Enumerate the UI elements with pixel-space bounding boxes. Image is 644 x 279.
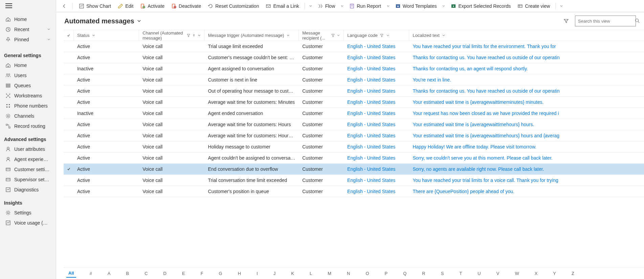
- cell-language[interactable]: English - United States: [344, 55, 409, 60]
- column-header-status[interactable]: Status: [74, 30, 139, 41]
- back-button[interactable]: [59, 1, 70, 11]
- cell-language[interactable]: English - United States: [344, 144, 409, 149]
- jump-N[interactable]: N: [345, 270, 352, 277]
- table-row[interactable]: ActiveVoice callTrial usage limit exceed…: [64, 41, 644, 52]
- nav-item[interactable]: Record routing: [0, 121, 56, 131]
- cmd-split-dropdown[interactable]: [558, 1, 565, 11]
- row-checkbox[interactable]: [64, 78, 74, 82]
- cell-localized-text[interactable]: Thanks for contacting us. You have reach…: [409, 88, 644, 94]
- table-row[interactable]: ActiveVoice callOut of operating hour me…: [64, 86, 644, 97]
- nav-item[interactable]: User attributes: [0, 144, 56, 154]
- cmd-split-dropdown[interactable]: [307, 1, 314, 11]
- cmd-word-templates[interactable]: WWord Templates: [392, 1, 440, 11]
- row-checkbox[interactable]: [64, 134, 74, 138]
- cmd-export-selected-records[interactable]: XExport Selected Records: [447, 1, 514, 11]
- nav-item[interactable]: Channels: [0, 111, 56, 121]
- nav-item[interactable]: Users: [0, 70, 56, 80]
- jump-V[interactable]: V: [494, 270, 502, 277]
- cell-localized-text[interactable]: Sorry, no agents are available right now…: [409, 166, 644, 172]
- cmd-show-chart[interactable]: Show Chart: [75, 1, 114, 11]
- nav-item[interactable]: Agent experience: [0, 154, 56, 164]
- sidebar-toggle[interactable]: [0, 0, 56, 11]
- jump-H[interactable]: H: [236, 270, 243, 277]
- row-checkbox[interactable]: [64, 111, 74, 115]
- jump-E[interactable]: E: [180, 270, 187, 277]
- cell-language[interactable]: English - United States: [344, 77, 409, 83]
- jump-R[interactable]: R: [420, 270, 427, 277]
- jump-D[interactable]: D: [161, 270, 169, 277]
- jump-A[interactable]: A: [106, 270, 113, 277]
- cmd-dropdown[interactable]: [384, 1, 392, 11]
- jump-J[interactable]: J: [271, 270, 278, 277]
- column-header-channel[interactable]: Channel (Automated message): [139, 30, 204, 41]
- jump-W[interactable]: W: [513, 270, 521, 277]
- jump-P[interactable]: P: [383, 270, 390, 277]
- nav-item[interactable]: Customer settings: [0, 164, 56, 175]
- cell-localized-text[interactable]: Your estimated wait time is {averagewait…: [409, 99, 644, 105]
- cell-localized-text[interactable]: Thanks for contacting us, an agent will …: [409, 66, 644, 71]
- cell-localized-text[interactable]: You're next in line.: [409, 77, 644, 83]
- table-row[interactable]: InactiveVoice callAgent ended conversati…: [64, 108, 644, 119]
- row-checkbox[interactable]: [64, 145, 74, 149]
- table-row[interactable]: ActiveVoice callCustomer's message could…: [64, 52, 644, 63]
- jump-K[interactable]: K: [289, 270, 296, 277]
- table-row[interactable]: ActiveVoice callEnd conversation due to …: [64, 164, 644, 175]
- cmd-flow[interactable]: Flow: [314, 1, 339, 11]
- cell-localized-text[interactable]: You have reached your trial limits for t…: [409, 44, 644, 49]
- jump-Q[interactable]: Q: [401, 270, 408, 277]
- cell-localized-text[interactable]: Your estimated wait time is {averagewait…: [409, 133, 644, 138]
- row-checkbox[interactable]: [64, 44, 74, 48]
- row-checkbox[interactable]: [64, 189, 74, 193]
- cmd-dropdown[interactable]: [440, 1, 447, 11]
- nav-pinned[interactable]: Pinned: [0, 34, 56, 45]
- cell-language[interactable]: English - United States: [344, 155, 409, 161]
- row-checkbox[interactable]: [64, 55, 74, 60]
- jump-Z[interactable]: Z: [570, 270, 576, 277]
- jump-C[interactable]: C: [142, 270, 150, 277]
- cmd-create-view[interactable]: Create view: [514, 1, 553, 11]
- cell-language[interactable]: English - United States: [344, 189, 409, 194]
- cell-localized-text[interactable]: There are {QueuePosition} people ahead o…: [409, 189, 644, 194]
- cmd-email-a-link[interactable]: Email a Link: [262, 1, 302, 11]
- jump-U[interactable]: U: [475, 270, 483, 277]
- cmd-dropdown[interactable]: [338, 1, 346, 11]
- table-row[interactable]: ActiveVoice callCustomer's position in q…: [64, 186, 644, 197]
- table-row[interactable]: ActiveVoice callAverage wait time for cu…: [64, 130, 644, 141]
- row-checkbox[interactable]: [64, 122, 74, 126]
- cell-language[interactable]: English - United States: [344, 44, 409, 49]
- cell-language[interactable]: English - United States: [344, 66, 409, 71]
- cell-localized-text[interactable]: Sorry, we couldn't serve you at this mom…: [409, 155, 644, 161]
- cmd-reset-customization[interactable]: Reset Customization: [204, 1, 262, 11]
- select-all-checkbox[interactable]: [64, 30, 74, 41]
- jump-L[interactable]: L: [308, 270, 314, 277]
- cmd-deactivate[interactable]: Deactivate: [168, 1, 204, 11]
- row-checkbox[interactable]: [64, 67, 74, 71]
- cell-localized-text[interactable]: You have reached your trial limits for a…: [409, 178, 644, 183]
- filter-button[interactable]: [561, 16, 571, 26]
- column-header-trigger[interactable]: Message trigger (Automated message): [205, 30, 299, 41]
- jump-M[interactable]: M: [326, 270, 333, 277]
- cell-language[interactable]: English - United States: [344, 122, 409, 127]
- cell-localized-text[interactable]: Your estimated wait time is {averagewait…: [409, 122, 644, 127]
- jump-X[interactable]: X: [533, 270, 540, 277]
- cmd-run-report[interactable]: Run Report: [346, 1, 384, 11]
- row-checkbox[interactable]: [64, 156, 74, 160]
- table-row[interactable]: ActiveVoice callCustomer is next in line…: [64, 74, 644, 86]
- view-selector-dropdown[interactable]: [137, 19, 141, 23]
- nav-item[interactable]: Phone numbers: [0, 101, 56, 111]
- column-header-recipient[interactable]: Message recipient (...: [299, 30, 344, 41]
- cmd-activate[interactable]: Activate: [137, 1, 168, 11]
- jump-Y[interactable]: Y: [551, 270, 558, 277]
- search-input[interactable]: [578, 19, 635, 24]
- jump-T[interactable]: T: [457, 270, 464, 277]
- nav-item[interactable]: Home: [0, 60, 56, 70]
- nav-item[interactable]: Voice usage (Preview): [0, 218, 56, 228]
- jump-I[interactable]: I: [254, 270, 260, 277]
- row-checkbox[interactable]: [64, 100, 74, 104]
- nav-item[interactable]: Settings: [0, 208, 56, 218]
- nav-item[interactable]: Diagnostics: [0, 185, 56, 195]
- jump-F[interactable]: F: [199, 270, 205, 277]
- table-row[interactable]: ActiveVoice callHoliday message to custo…: [64, 141, 644, 153]
- row-checkbox[interactable]: [64, 178, 74, 182]
- cell-localized-text[interactable]: Happy Holiday! We are offline today. Ple…: [409, 144, 644, 149]
